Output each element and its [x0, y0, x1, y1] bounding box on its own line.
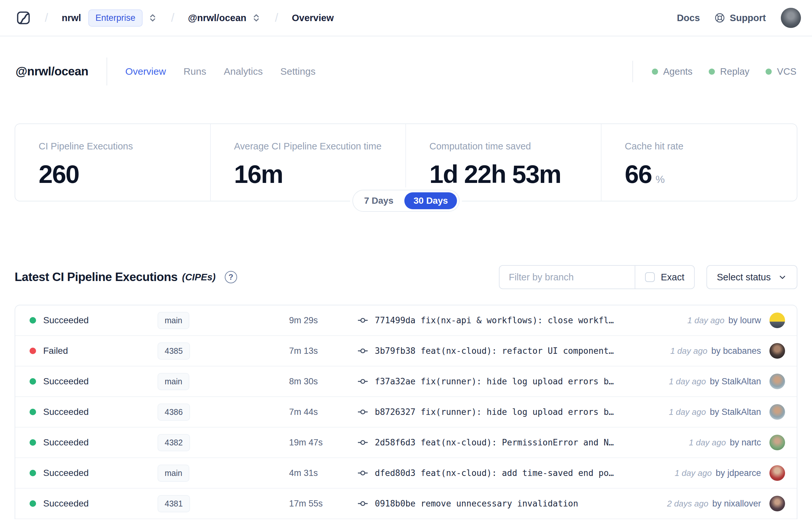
commit-cell: 0918b0be remove unnecessary invalidation [357, 498, 667, 509]
status-label: Succeeded [43, 437, 89, 448]
meta-cell: 1 day ago by StalkAltan [669, 404, 785, 420]
stat-value: 16m [234, 160, 399, 189]
range-option-7-days[interactable]: 7 Days [355, 192, 402, 209]
branch-badge: 4385 [157, 342, 190, 360]
cipe-table-row[interactable]: Succeeded main 8m 30s f37a32ae fix(runne… [15, 366, 797, 397]
breadcrumb-workspace[interactable]: @nrwl/ocean [188, 13, 246, 24]
git-commit-icon [357, 467, 368, 479]
commit-message[interactable]: 0918b0be remove unnecessary invalidation [375, 499, 578, 508]
help-icon[interactable]: ? [225, 271, 237, 283]
nx-cloud-logo-icon[interactable] [16, 10, 31, 26]
commit-message[interactable]: 2d58f6d3 feat(nx-cloud): PermissionError… [375, 438, 614, 447]
status-dot-icon [30, 409, 36, 415]
green-dot-icon [652, 69, 658, 75]
branch-badge: main [157, 465, 189, 482]
commit-cell: 3b79fb38 feat(nx-cloud): refactor UI com… [357, 345, 670, 356]
stat-label: Average CI Pipeline Execution time [234, 141, 399, 152]
exact-match-toggle[interactable]: Exact [635, 266, 694, 288]
support-label: Support [730, 13, 766, 24]
status-label: Failed [43, 346, 68, 356]
breadcrumb-page: Overview [292, 13, 334, 24]
status-dot-icon [30, 317, 36, 324]
tab-settings[interactable]: Settings [280, 66, 316, 77]
cipe-table-row[interactable]: Succeeded 4386 7m 44s b8726327 fix(runne… [15, 397, 797, 427]
cipe-table-row[interactable]: Succeeded main 9m 29s 771499da fix(nx-ap… [15, 305, 797, 336]
commit-message[interactable]: f37a32ae fix(runner): hide log upload er… [375, 376, 614, 386]
cipe-title-suffix: (CIPEs) [182, 272, 216, 283]
meta-cell: 1 day ago by StalkAltan [669, 374, 785, 389]
git-commit-icon [357, 345, 368, 356]
stat-label: Cache hit rate [625, 141, 791, 152]
status-vcs: VCS [766, 66, 796, 77]
stat-card-cache-hit-rate: Cache hit rate 66% [601, 124, 797, 201]
cipe-title: Latest CI Pipeline Executions [15, 270, 178, 284]
cipe-status-cell: Succeeded [30, 376, 157, 387]
stat-card-computation-time-saved: Computation time saved 1d 22h 53m [406, 124, 601, 201]
cipe-table-row[interactable]: Succeeded 4381 17m 55s 0918b0be remove u… [15, 489, 797, 519]
stat-value: 1d 22h 53m [429, 160, 594, 189]
commit-message[interactable]: b8726327 fix(runner): hide log upload er… [375, 407, 614, 417]
status-replay-label: Replay [720, 66, 749, 77]
org-switcher-button[interactable] [148, 13, 157, 23]
commit-message[interactable]: 3b79fb38 feat(nx-cloud): refactor UI com… [375, 346, 614, 356]
docs-label: Docs [677, 13, 700, 24]
status-label: Succeeded [43, 498, 89, 509]
exact-checkbox[interactable] [645, 272, 655, 282]
author-avatar [769, 496, 785, 511]
workspace-header: @nrwl/ocean Overview Runs Analytics Sett… [16, 56, 796, 87]
status-dot-icon [30, 500, 36, 507]
topbar: / nrwl Enterprise / @nrwl/ocean / Overvi… [0, 0, 812, 36]
branch-badge: main [157, 312, 189, 329]
status-label: Succeeded [43, 315, 89, 326]
stat-label: Computation time saved [429, 141, 594, 152]
tab-analytics[interactable]: Analytics [224, 66, 263, 77]
chevron-updown-icon [148, 13, 157, 23]
author-avatar [769, 343, 785, 359]
author-label: by nartc [730, 438, 761, 448]
breadcrumb-org[interactable]: nrwl [62, 13, 81, 24]
branch-badge: 4386 [157, 404, 190, 421]
stat-value: 66% [625, 160, 791, 189]
status-dot-icon [30, 439, 36, 446]
tab-overview[interactable]: Overview [125, 66, 166, 77]
stat-card-average-execution-time: Average CI Pipeline Execution time 16m [211, 124, 406, 201]
duration-label: 7m 13s [289, 346, 357, 356]
divider [632, 61, 633, 82]
relative-time-label: 1 day ago [675, 468, 711, 478]
user-avatar[interactable] [781, 8, 801, 28]
author-avatar [769, 374, 785, 389]
stat-suffix: % [656, 174, 664, 185]
divider [107, 58, 107, 86]
enterprise-badge: Enterprise [88, 10, 142, 27]
cipe-status-cell: Failed [30, 346, 157, 356]
commit-message[interactable]: dfed80d3 feat(nx-cloud): add time-saved … [375, 468, 614, 478]
relative-time-label: 1 day ago [669, 376, 706, 387]
range-option-30-days[interactable]: 30 Days [404, 192, 457, 209]
cipe-status-cell: Succeeded [30, 468, 157, 478]
tab-runs[interactable]: Runs [184, 66, 206, 77]
breadcrumb-separator: / [275, 11, 278, 25]
status-label: Succeeded [43, 376, 89, 387]
workspace-title: @nrwl/ocean [16, 65, 88, 78]
commit-message[interactable]: 771499da fix(nx-api & workflows): close … [375, 315, 614, 325]
docs-link[interactable]: Docs [677, 13, 700, 24]
support-link[interactable]: Support [714, 12, 766, 24]
author-label: by StalkAltan [710, 376, 761, 387]
duration-label: 17m 55s [289, 499, 357, 509]
workspace-switcher-button[interactable] [251, 13, 261, 23]
duration-label: 19m 47s [289, 438, 357, 448]
cipe-table-row[interactable]: Failed 4385 7m 13s 3b79fb38 feat(nx-clou… [15, 336, 797, 366]
select-status-label: Select status [717, 272, 771, 283]
stats-section: CI Pipeline Executions 260 Average CI Pi… [15, 123, 797, 201]
cipe-table-row[interactable]: Succeeded 4382 19m 47s 2d58f6d3 feat(nx-… [15, 427, 797, 458]
duration-label: 7m 44s [289, 407, 357, 417]
cipe-table-row[interactable]: Succeeded main 4m 31s dfed80d3 feat(nx-c… [15, 458, 797, 489]
stat-label: CI Pipeline Executions [39, 141, 204, 152]
branch-filter-input[interactable] [500, 266, 635, 288]
author-avatar [769, 465, 785, 481]
meta-cell: 2 days ago by nixallover [667, 496, 785, 511]
git-commit-icon [357, 406, 368, 418]
green-dot-icon [766, 69, 772, 75]
select-status-dropdown[interactable]: Select status [706, 265, 797, 289]
breadcrumb-separator: / [171, 11, 174, 25]
